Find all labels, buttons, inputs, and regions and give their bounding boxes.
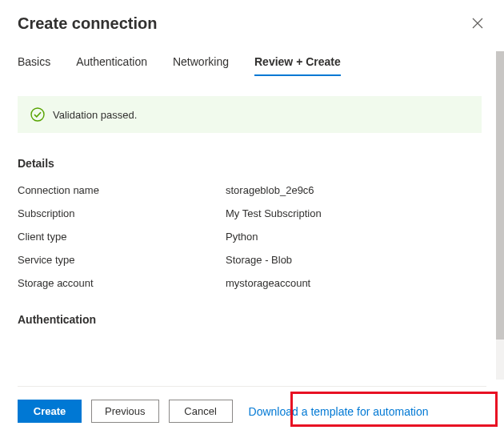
close-button[interactable] [469, 14, 486, 32]
previous-button[interactable]: Previous [91, 400, 159, 423]
detail-label: Client type [18, 231, 226, 243]
tab-bar: Basics Authentication Networking Review … [18, 55, 486, 77]
detail-label: Subscription [18, 207, 226, 219]
detail-label: Connection name [18, 184, 226, 196]
tab-networking[interactable]: Networking [173, 55, 229, 76]
detail-row-client-type: Client type Python [18, 231, 482, 243]
detail-row-connection-name: Connection name storageblob_2e9c6 [18, 184, 482, 196]
detail-value: Storage - Blob [226, 254, 292, 266]
details-section-title: Details [18, 157, 482, 170]
detail-row-service-type: Service type Storage - Blob [18, 254, 482, 266]
detail-value: Python [226, 231, 258, 243]
detail-value: storageblob_2e9c6 [226, 184, 314, 196]
detail-label: Storage account [18, 277, 226, 289]
svg-point-0 [31, 108, 44, 121]
content-area: Validation passed. Details Connection na… [18, 96, 486, 386]
detail-row-storage-account: Storage account mystorageaccount [18, 277, 482, 289]
cancel-button[interactable]: Cancel [169, 400, 233, 423]
validation-banner: Validation passed. [18, 96, 482, 133]
footer-bar: Create Previous Cancel Download a templa… [18, 386, 486, 434]
detail-value: My Test Subscription [226, 207, 322, 219]
authentication-section-title: Authentication [18, 313, 482, 326]
detail-label: Service type [18, 254, 226, 266]
tab-authentication[interactable]: Authentication [76, 55, 147, 76]
close-icon [472, 18, 483, 29]
detail-value: mystorageaccount [226, 277, 310, 289]
panel-header: Create connection [18, 14, 486, 33]
tab-review-create[interactable]: Review + Create [254, 55, 341, 76]
create-button[interactable]: Create [18, 400, 82, 423]
validation-message: Validation passed. [53, 109, 137, 121]
success-check-icon [30, 107, 45, 122]
detail-row-subscription: Subscription My Test Subscription [18, 207, 482, 219]
page-title: Create connection [18, 14, 157, 33]
scrollbar-thumb[interactable] [496, 51, 504, 340]
download-template-link[interactable]: Download a template for automation [249, 405, 429, 418]
tab-basics[interactable]: Basics [18, 55, 50, 76]
